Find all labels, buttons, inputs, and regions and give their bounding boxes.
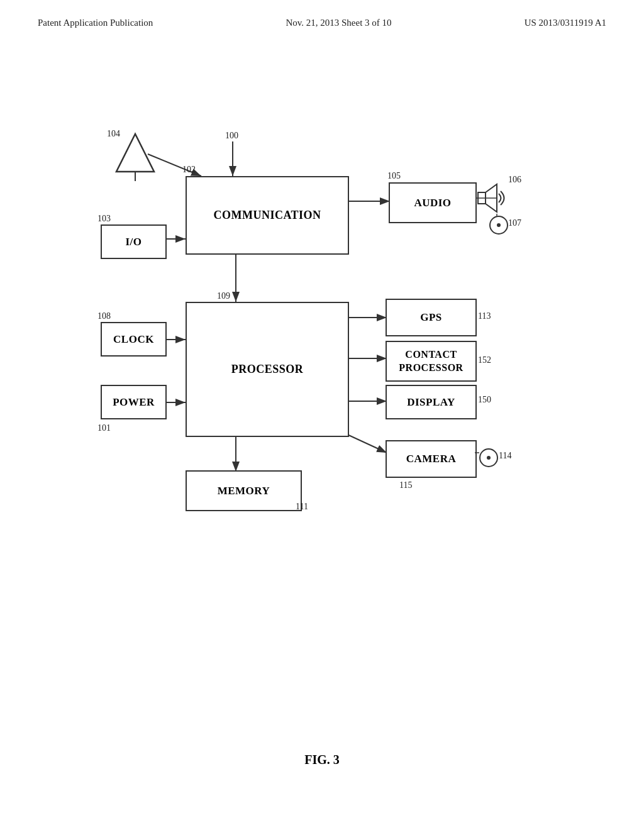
power-box: POWER [101,385,167,419]
ref-103: 103 [97,214,111,224]
ref-152: 152 [478,355,491,365]
microphone-icon [489,216,508,235]
ref-107: 107 [508,218,521,228]
svg-marker-17 [116,134,154,172]
audio-box: AUDIO [389,182,477,223]
ref-100: 100 [225,131,238,141]
camera-connector [475,445,484,461]
diagram: COMMUNICATION 102 100 AUDIO 105 I/O 103 … [38,94,604,597]
ref-150: 150 [478,395,491,405]
ref-108: 108 [97,311,111,321]
clock-box: CLOCK [101,322,167,357]
speaker-icon [475,181,509,216]
ref-101: 101 [97,423,111,433]
ref-105: 105 [387,171,401,181]
header-left: Patent Application Publication [38,18,153,28]
ref-115: 115 [399,480,412,490]
svg-marker-20 [486,184,497,212]
page-header: Patent Application Publication Nov. 21, … [0,0,644,28]
io-box: I/O [101,224,167,259]
ref-104: 104 [107,129,120,139]
svg-line-14 [346,434,387,453]
header-right: US 2013/0311919 A1 [525,18,606,28]
processor-box: PROCESSOR [186,302,349,437]
memory-box: MEMORY [186,470,302,511]
gps-box: GPS [386,299,477,336]
figure-caption: FIG. 3 [0,753,644,767]
ref-114: 114 [499,451,511,461]
display-box: DISPLAY [386,385,477,419]
contact-processor-box: CONTACT PROCESSOR [386,341,477,382]
ref-106: 106 [508,175,521,185]
header-middle: Nov. 21, 2013 Sheet 3 of 10 [286,18,391,28]
communication-box: COMMUNICATION [186,176,349,255]
ref-111: 111 [296,502,308,512]
ref-113: 113 [478,311,491,321]
ref-102: 102 [182,165,196,175]
camera-box: CAMERA [386,440,477,478]
svg-rect-19 [478,192,486,204]
ref-109: 109 [217,291,230,301]
